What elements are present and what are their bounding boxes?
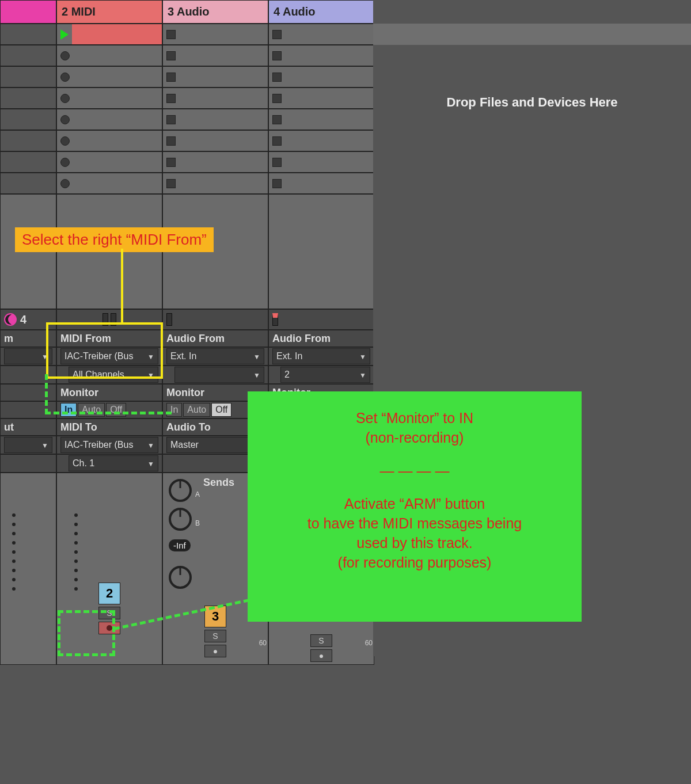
clip-slot[interactable] bbox=[268, 66, 374, 87]
stop-icon bbox=[60, 179, 70, 188]
pan-knob[interactable] bbox=[169, 566, 192, 589]
arm-button-3[interactable]: ● bbox=[204, 645, 226, 657]
stop-icon bbox=[60, 51, 70, 60]
play-icon bbox=[60, 29, 69, 40]
audio-meter-icon bbox=[272, 313, 278, 326]
drop-clip-row bbox=[373, 24, 691, 45]
stop-icon bbox=[272, 158, 282, 167]
drop-zone-text: Drop Files and Devices Here bbox=[446, 95, 617, 110]
audio-from-channel-dropdown[interactable]: 2 bbox=[280, 367, 370, 383]
stop-icon bbox=[272, 51, 282, 60]
clip-slot[interactable] bbox=[268, 109, 374, 130]
track-header-4-audio[interactable]: 4 Audio bbox=[268, 0, 374, 24]
clip-slot[interactable] bbox=[56, 151, 162, 173]
clip-slot-playing[interactable] bbox=[56, 24, 162, 45]
clip-slot[interactable] bbox=[56, 45, 162, 66]
clip-slot[interactable] bbox=[0, 109, 56, 130]
clip-slot[interactable] bbox=[0, 130, 56, 151]
io-dropdown[interactable] bbox=[4, 348, 52, 364]
clip-slot[interactable] bbox=[0, 45, 56, 66]
midi-to-label: MIDI To bbox=[56, 418, 162, 436]
clip-slot[interactable] bbox=[162, 45, 268, 66]
stop-icon bbox=[60, 136, 70, 146]
stop-icon bbox=[60, 158, 70, 167]
io-to-dropdown[interactable] bbox=[4, 437, 52, 453]
track-activator-2[interactable]: 2 bbox=[98, 583, 120, 604]
clip-slot[interactable] bbox=[162, 130, 268, 151]
stop-icon bbox=[60, 115, 70, 124]
audio-from-channel-dropdown[interactable] bbox=[174, 367, 264, 383]
stop-icon bbox=[272, 94, 282, 103]
pan-icon[interactable] bbox=[4, 313, 17, 326]
clip-slot[interactable] bbox=[162, 87, 268, 109]
audio-from-row: Ext. In bbox=[162, 347, 268, 366]
clip-slot[interactable] bbox=[162, 109, 268, 130]
clip-slot[interactable] bbox=[268, 173, 374, 194]
io-to-dropdown-row bbox=[0, 436, 56, 454]
status-row bbox=[162, 309, 268, 330]
stop-icon bbox=[166, 73, 176, 82]
audio-from-row: Ext. In bbox=[268, 347, 374, 366]
annotation-yellow-box bbox=[46, 322, 163, 379]
midi-to-row: IAC-Treiber (Bus bbox=[56, 436, 162, 454]
annotation-yellow-label: Select the right “MIDI From” bbox=[15, 227, 214, 252]
clip-slot[interactable] bbox=[268, 24, 374, 45]
annotation-green-box: Set “Monitor” to IN (non-recording) — — … bbox=[248, 391, 582, 622]
clip-slot[interactable] bbox=[162, 24, 268, 45]
midi-to-dropdown[interactable]: IAC-Treiber (Bus bbox=[60, 437, 158, 453]
volume-value[interactable]: -Inf bbox=[169, 539, 191, 551]
clip-slot[interactable] bbox=[0, 87, 56, 109]
annotation-yellow-line bbox=[121, 249, 123, 324]
track-header-2-midi[interactable]: 2 MIDI bbox=[56, 0, 162, 24]
audio-from-label: Audio From bbox=[162, 330, 268, 347]
clip-slot[interactable] bbox=[0, 24, 56, 45]
track-header-3-audio[interactable]: 3 Audio bbox=[162, 0, 268, 24]
stop-icon bbox=[166, 136, 176, 146]
stop-icon bbox=[60, 73, 70, 82]
midi-to-ch-row: Ch. 1 bbox=[56, 454, 162, 473]
clip-slot[interactable] bbox=[0, 173, 56, 194]
audio-meter-icon bbox=[166, 313, 172, 326]
stop-icon bbox=[60, 94, 70, 103]
stop-icon bbox=[166, 30, 176, 39]
annotation-green-line bbox=[45, 374, 172, 414]
audio-from-dropdown[interactable]: Ext. In bbox=[166, 348, 264, 364]
stop-icon bbox=[166, 115, 176, 124]
stop-icon bbox=[166, 179, 176, 188]
clip-slot[interactable] bbox=[0, 66, 56, 87]
midi-to-channel-dropdown[interactable]: Ch. 1 bbox=[69, 455, 158, 471]
clip-slot[interactable] bbox=[56, 109, 162, 130]
io-to-sub-row bbox=[0, 454, 56, 473]
audio-from-ch-row bbox=[162, 366, 268, 384]
track-header-1[interactable] bbox=[0, 0, 56, 24]
send-b-knob[interactable] bbox=[169, 508, 192, 531]
clip-slot[interactable] bbox=[56, 130, 162, 151]
clip-slot[interactable] bbox=[56, 66, 162, 87]
clip-slot[interactable] bbox=[268, 45, 374, 66]
track-count: 4 bbox=[20, 313, 26, 326]
clip-slot[interactable] bbox=[268, 87, 374, 109]
clip-slot[interactable] bbox=[162, 173, 268, 194]
stop-icon bbox=[166, 94, 176, 103]
monitor-off-button[interactable]: Off bbox=[211, 403, 231, 417]
clip-slot[interactable] bbox=[268, 130, 374, 151]
stop-icon bbox=[272, 30, 282, 39]
status-row bbox=[268, 309, 374, 330]
clip-slot[interactable] bbox=[162, 66, 268, 87]
arm-button-4[interactable]: ● bbox=[310, 649, 332, 662]
stop-icon bbox=[272, 136, 282, 146]
monitor-auto-button[interactable]: Auto bbox=[183, 403, 210, 417]
send-a-knob[interactable] bbox=[169, 479, 192, 502]
clip-slot[interactable] bbox=[56, 173, 162, 194]
clip-slot[interactable] bbox=[162, 151, 268, 173]
audio-from-label: Audio From bbox=[268, 330, 374, 347]
clip-slot[interactable] bbox=[56, 87, 162, 109]
clip-slot[interactable] bbox=[0, 151, 56, 173]
solo-button-3[interactable]: S bbox=[204, 630, 226, 642]
clip-slot[interactable] bbox=[268, 151, 374, 173]
solo-button-4[interactable]: S bbox=[310, 634, 332, 647]
clip-area bbox=[268, 194, 374, 309]
stop-icon bbox=[166, 51, 176, 60]
audio-from-dropdown[interactable]: Ext. In bbox=[272, 348, 370, 364]
stop-icon bbox=[272, 115, 282, 124]
